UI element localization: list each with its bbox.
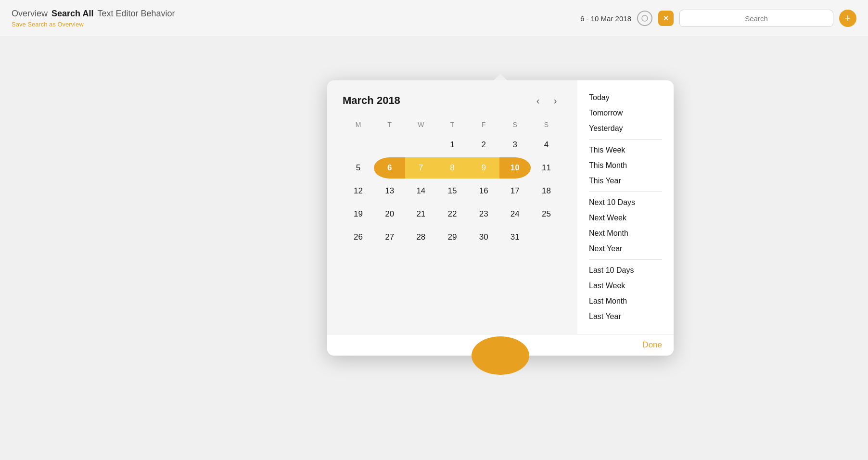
cal-day-24[interactable]: 24 — [499, 204, 531, 225]
cal-day-29[interactable]: 29 — [436, 227, 468, 248]
cal-day-26[interactable]: 26 — [343, 227, 374, 248]
filter-tomorrow[interactable]: Tomorrow — [589, 105, 662, 121]
popup-top: March 2018 ‹ › M T W T F S — [327, 80, 674, 334]
calendar-header: March 2018 ‹ › — [343, 94, 562, 107]
cal-day-7[interactable]: 7 — [405, 157, 436, 179]
search-input[interactable] — [679, 10, 833, 27]
calendar-section: March 2018 ‹ › M T W T F S — [327, 80, 577, 334]
cal-day-30[interactable]: 30 — [468, 227, 499, 248]
filter-this-week[interactable]: This Week — [589, 142, 662, 158]
day-header-t2: T — [436, 119, 468, 130]
filter-next-10-days[interactable]: Next 10 Days — [589, 195, 662, 210]
cal-week-2: 567891011 — [343, 157, 562, 179]
cal-day-10[interactable]: 10 — [499, 157, 531, 179]
svg-point-0 — [642, 15, 648, 21]
filter-next-week[interactable]: Next Week — [589, 210, 662, 226]
next-month-button[interactable]: › — [549, 94, 562, 107]
cal-day-empty — [374, 134, 405, 155]
cal-day-11[interactable]: 11 — [531, 157, 562, 179]
cal-day-19[interactable]: 19 — [343, 204, 374, 225]
cal-day-27[interactable]: 27 — [374, 227, 405, 248]
cal-day-16[interactable]: 16 — [468, 180, 499, 202]
date-range-label: 6 - 10 Mar 2018 — [580, 14, 631, 23]
calendar-popup-container: March 2018 ‹ › M T W T F S — [327, 80, 674, 356]
cal-week-3: 12131415161718 — [343, 180, 562, 202]
cal-day-12[interactable]: 12 — [343, 180, 374, 202]
filter-last-week[interactable]: Last Week — [589, 278, 662, 294]
cal-day-31[interactable]: 31 — [499, 227, 531, 248]
cal-day-empty — [343, 134, 374, 155]
save-search-link[interactable]: Save Search as Overview — [12, 21, 175, 28]
cal-day-3[interactable]: 3 — [499, 134, 531, 155]
filter-this-month[interactable]: This Month — [589, 158, 662, 173]
filter-divider-1 — [589, 139, 662, 140]
filter-next-year[interactable]: Next Year — [589, 241, 662, 256]
calendar-x-icon: ✕ — [663, 14, 669, 22]
cal-day-28[interactable]: 28 — [405, 227, 436, 248]
cal-day-23[interactable]: 23 — [468, 204, 499, 225]
day-header-m: M — [343, 119, 374, 130]
calendar-popup: March 2018 ‹ › M T W T F S — [327, 80, 674, 356]
cal-day-6[interactable]: 6 — [374, 157, 405, 179]
filter-yesterday[interactable]: Yesterday — [589, 121, 662, 136]
cal-day-9[interactable]: 9 — [468, 157, 499, 179]
cal-day-14[interactable]: 14 — [405, 180, 436, 202]
cal-day-17[interactable]: 17 — [499, 180, 531, 202]
calendar-nav: ‹ › — [531, 94, 562, 107]
prev-month-button[interactable]: ‹ — [531, 94, 545, 107]
cal-week-5: 262728293031 — [343, 227, 562, 248]
cal-day-5[interactable]: 5 — [343, 157, 374, 179]
filter-next-month[interactable]: Next Month — [589, 226, 662, 241]
main-content: No notes matching 6 – Try using March 20… — [0, 37, 868, 459]
filter-last-10-days[interactable]: Last 10 Days — [589, 263, 662, 278]
day-headers: M T W T F S S — [343, 119, 562, 130]
calendar-grid: M T W T F S S 12345678910111213141516171… — [343, 119, 562, 248]
search-all-label: Search All — [51, 9, 93, 19]
circle-button[interactable] — [637, 11, 652, 26]
header-right: 6 - 10 Mar 2018 ✕ + — [580, 10, 856, 27]
cal-day-22[interactable]: 22 — [436, 204, 468, 225]
cal-day-15[interactable]: 15 — [436, 180, 468, 202]
header: Overview Search All Text Editor Behavior… — [0, 0, 868, 37]
cal-day-8[interactable]: 8 — [436, 157, 468, 179]
day-header-t1: T — [374, 119, 405, 130]
yellow-circle-decoration — [472, 336, 529, 375]
filter-today[interactable]: Today — [589, 90, 662, 105]
filter-divider-3 — [589, 259, 662, 260]
cal-day-25[interactable]: 25 — [531, 204, 562, 225]
filter-this-year[interactable]: This Year — [589, 173, 662, 189]
quick-filters: Today Tomorrow Yesterday This Week This … — [577, 80, 674, 334]
cal-day-empty — [405, 134, 436, 155]
breadcrumb: Overview Search All Text Editor Behavior — [12, 9, 175, 19]
calendar-month-title: March 2018 — [343, 94, 400, 107]
title-group: Overview Search All Text Editor Behavior… — [12, 9, 175, 28]
cal-week-4: 19202122232425 — [343, 204, 562, 225]
filter-divider-2 — [589, 192, 662, 192]
cal-weeks: 1234567891011121314151617181920212223242… — [343, 134, 562, 248]
cal-day-18[interactable]: 18 — [531, 180, 562, 202]
day-header-s1: S — [499, 119, 531, 130]
filter-last-year[interactable]: Last Year — [589, 309, 662, 324]
day-header-s2: S — [531, 119, 562, 130]
cal-day-2[interactable]: 2 — [468, 134, 499, 155]
cal-day-13[interactable]: 13 — [374, 180, 405, 202]
cal-day-1[interactable]: 1 — [436, 134, 468, 155]
cal-day-4[interactable]: 4 — [531, 134, 562, 155]
done-button[interactable]: Done — [642, 340, 662, 350]
overview-label: Overview — [12, 9, 48, 19]
cal-week-1: 1234 — [343, 134, 562, 155]
cal-day-20[interactable]: 20 — [374, 204, 405, 225]
cal-day-empty — [531, 227, 562, 248]
popup-arrow — [494, 74, 507, 80]
day-header-w: W — [405, 119, 436, 130]
behavior-label: Text Editor Behavior — [97, 9, 175, 19]
calendar-button[interactable]: ✕ — [658, 11, 674, 26]
add-button[interactable]: + — [839, 10, 856, 27]
cal-day-21[interactable]: 21 — [405, 204, 436, 225]
plus-icon: + — [845, 12, 851, 25]
day-header-f: F — [468, 119, 499, 130]
filter-last-month[interactable]: Last Month — [589, 294, 662, 309]
